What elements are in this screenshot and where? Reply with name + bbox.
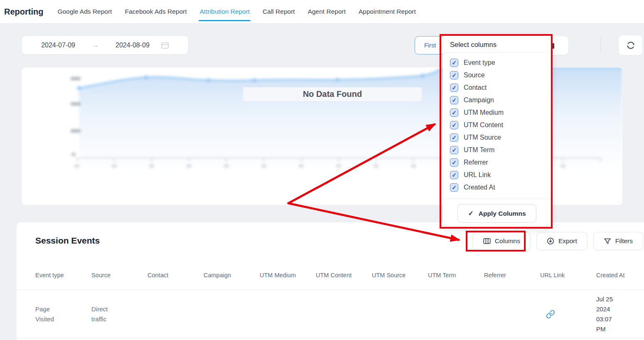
checkbox-checked-icon[interactable]: ✓ (450, 121, 458, 129)
url-link-button[interactable] (546, 310, 555, 319)
header-utm-content: UTM Content (316, 261, 372, 289)
header-referrer: Referrer (484, 261, 540, 289)
refresh-icon (626, 40, 636, 50)
cell-utm-content (316, 290, 372, 338)
select-columns-dropdown: Select columns ✓Event type ✓Source ✓Cont… (443, 36, 551, 227)
dropdown-title: Select columns (443, 36, 551, 53)
checkbox-checked-icon[interactable]: ✓ (450, 133, 458, 142)
option-referrer[interactable]: ✓Referrer (450, 156, 544, 169)
table-row: Page Visited Direct traffic J (17, 290, 644, 339)
tab-appointment-report[interactable]: Appointment Report (359, 0, 416, 23)
attribution-report-page: Reporting Google Ads Report Facebook Ads… (0, 0, 644, 340)
cell-utm-term (428, 290, 484, 338)
top-navbar: Reporting Google Ads Report Facebook Ads… (0, 0, 644, 24)
checkbox-checked-icon[interactable]: ✓ (450, 108, 458, 117)
option-event-type[interactable]: ✓Event type (450, 57, 544, 69)
columns-button-label: Columns (495, 237, 520, 245)
toolbar-divider (600, 37, 601, 54)
filter-funnel-icon (604, 238, 611, 245)
header-url-link: URL Link (540, 261, 596, 289)
refresh-button[interactable] (619, 35, 642, 55)
header-utm-medium: UTM Medium (260, 261, 316, 289)
cell-event-type: Page Visited (35, 290, 91, 338)
option-campaign[interactable]: ✓Campaign (450, 94, 544, 106)
cell-campaign (204, 290, 260, 338)
option-utm-medium[interactable]: ✓UTM Medium (450, 106, 544, 119)
link-chain-icon (546, 310, 555, 319)
session-events-title: Session Events (35, 236, 100, 246)
header-event-type: Event type (35, 261, 91, 289)
date-end-value[interactable]: 2024-08-09 (116, 42, 150, 49)
no-data-banner: No Data Found (243, 87, 422, 101)
header-campaign: Campaign (204, 261, 260, 289)
columns-button[interactable]: Columns (473, 232, 531, 250)
option-created-at[interactable]: ✓Created At (450, 181, 544, 194)
header-utm-term: UTM Term (428, 261, 484, 289)
checkbox-checked-icon[interactable]: ✓ (450, 84, 458, 92)
option-utm-source[interactable]: ✓UTM Source (450, 131, 544, 144)
header-utm-source: UTM Source (372, 261, 428, 289)
option-utm-term[interactable]: ✓UTM Term (450, 144, 544, 156)
export-download-icon (547, 237, 554, 245)
checkbox-checked-icon[interactable]: ✓ (450, 183, 458, 192)
arrow-right-icon: → (92, 41, 99, 49)
report-tabs: Google Ads Report Facebook Ads Report At… (57, 0, 415, 23)
option-contact[interactable]: ✓Contact (450, 81, 544, 94)
checkbox-checked-icon[interactable]: ✓ (450, 158, 458, 167)
check-icon: ✓ (468, 209, 473, 217)
cell-referrer (484, 290, 540, 338)
tab-facebook-ads-report[interactable]: Facebook Ads Report (125, 0, 187, 23)
tab-agent-report[interactable]: Agent Report (308, 0, 346, 23)
cell-url-link (540, 290, 596, 338)
table-actions: Columns Export Filters (473, 232, 643, 250)
filters-button[interactable]: Filters (593, 232, 643, 250)
checkbox-checked-icon[interactable]: ✓ (450, 71, 458, 79)
export-button-label: Export (558, 237, 577, 245)
table-header-row: Event type Source Contact Campaign UTM M… (17, 261, 644, 290)
cell-contact (147, 290, 204, 338)
dropdown-option-list: ✓Event type ✓Source ✓Contact ✓Campaign ✓… (443, 53, 551, 199)
cell-created-at: Jul 25 2024 03:07 PM (596, 290, 644, 338)
calendar-icon[interactable] (161, 42, 169, 49)
checkbox-checked-icon[interactable]: ✓ (450, 59, 458, 67)
cell-utm-source (372, 290, 428, 338)
cell-utm-medium (260, 290, 316, 338)
tab-call-report[interactable]: Call Report (263, 0, 295, 23)
page-title: Reporting (4, 7, 43, 17)
checkbox-checked-icon[interactable]: ✓ (450, 146, 458, 154)
apply-columns-label: Apply Columns (479, 210, 526, 217)
filters-button-label: Filters (615, 237, 633, 245)
tab-attribution-report[interactable]: Attribution Report (199, 0, 250, 23)
header-contact: Contact (147, 261, 204, 289)
export-button[interactable]: Export (536, 232, 587, 250)
checkbox-checked-icon[interactable]: ✓ (450, 96, 458, 104)
option-utm-content[interactable]: ✓UTM Content (450, 119, 544, 131)
checkbox-checked-icon[interactable]: ✓ (450, 171, 458, 179)
option-source[interactable]: ✓Source (450, 69, 544, 81)
columns-icon (483, 237, 491, 245)
date-range-picker[interactable]: 2024-07-09 → 2024-08-09 (22, 36, 188, 54)
header-created-at: Created At (596, 261, 644, 289)
cell-source: Direct traffic (91, 290, 147, 338)
option-url-link[interactable]: ✓URL Link (450, 169, 544, 181)
dropdown-footer: ✓ Apply Columns (443, 199, 551, 227)
tab-google-ads-report[interactable]: Google Ads Report (57, 0, 112, 23)
header-source: Source (91, 261, 147, 289)
hidden-label-fragment (551, 43, 554, 49)
apply-columns-button[interactable]: ✓ Apply Columns (457, 204, 536, 223)
session-events-card: Session Events Columns Export (17, 222, 644, 340)
date-start-value[interactable]: 2024-07-09 (41, 42, 75, 49)
